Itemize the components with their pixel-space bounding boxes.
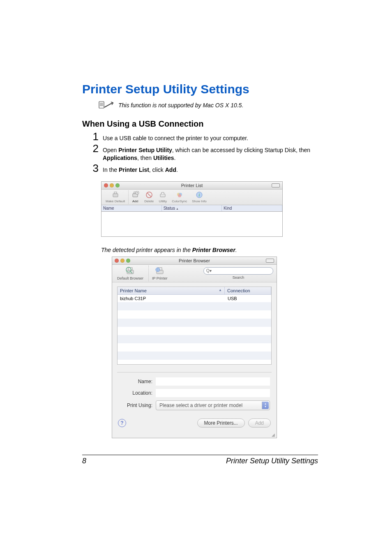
printer-list-window: Printer List Make Default Add Delete — [101, 181, 283, 237]
step-text: In the Printer List, click Add. — [103, 163, 178, 174]
page-number: 8 — [82, 457, 86, 465]
list-item — [118, 310, 271, 319]
step-text: Open Printer Setup Utility, which can be… — [103, 143, 318, 162]
step-number: 2 — [91, 143, 99, 154]
resize-handle-icon[interactable]: ◢ — [112, 432, 277, 438]
utility-button[interactable]: Utility — [156, 190, 169, 204]
footer-title: Printer Setup Utility Settings — [226, 457, 318, 465]
colorsync-button[interactable]: ColorSync — [169, 190, 189, 204]
add-button[interactable]: Add — [248, 419, 271, 428]
toolbar-toggle-icon[interactable] — [266, 259, 274, 263]
svg-line-12 — [147, 193, 151, 197]
section-heading: Printer Setup Utility Settings — [82, 82, 318, 96]
list-item — [118, 319, 271, 327]
printer-name-cell: bizhub C31P — [118, 295, 225, 302]
window-titlebar: Printer Browser — [112, 257, 277, 265]
close-icon[interactable] — [115, 259, 119, 263]
search-label: Search — [233, 275, 244, 280]
minimize-icon[interactable] — [120, 259, 125, 263]
printer-row[interactable]: bizhub C31P USB — [118, 295, 271, 302]
svg-rect-0 — [99, 102, 104, 108]
list-item — [118, 343, 271, 352]
column-header-connection[interactable]: Connection — [225, 287, 271, 294]
print-using-value: Please select a driver or printer model — [159, 402, 242, 408]
list-item — [118, 302, 271, 310]
window-title: Printer List — [181, 183, 203, 188]
add-button[interactable]: Add — [128, 190, 142, 204]
name-label: Name: — [119, 379, 152, 384]
show-info-button[interactable]: i Show Info — [189, 190, 209, 204]
minimize-icon[interactable] — [110, 183, 114, 187]
svg-point-16 — [178, 194, 181, 197]
print-using-label: Print Using: — [119, 402, 152, 408]
step-number: 3 — [91, 163, 99, 173]
note-text: This function is not supported by Mac OS… — [118, 100, 243, 109]
list-item — [118, 352, 271, 360]
window-title: Printer Browser — [179, 258, 210, 263]
window-titlebar: Printer List — [101, 182, 282, 190]
toolbar-toggle-icon[interactable] — [272, 183, 280, 187]
subsection-heading: When Using a USB Connection — [82, 119, 318, 129]
column-header-status[interactable]: Status — [162, 205, 222, 211]
search-input[interactable]: Q▾ — [203, 267, 273, 275]
delete-button[interactable]: Delete — [142, 190, 156, 204]
more-printers-button[interactable]: More Printers... — [197, 419, 245, 428]
print-using-select[interactable]: Please select a driver or printer model … — [156, 400, 270, 410]
svg-rect-5 — [114, 192, 117, 194]
name-field[interactable] — [156, 377, 270, 386]
caption: The detected printer appears in the Prin… — [101, 247, 318, 253]
step-number: 1 — [91, 131, 99, 142]
search-icon: Q▾ — [206, 268, 212, 273]
zoom-icon[interactable] — [115, 183, 120, 187]
column-header-printer-name[interactable]: Printer Name — [118, 287, 225, 294]
note-icon — [99, 100, 113, 109]
help-button[interactable]: ? — [118, 419, 126, 427]
printer-browser-window: Printer Browser Default Browser IP Print… — [112, 257, 277, 438]
column-header-name[interactable]: Name — [101, 205, 162, 211]
column-header-kind[interactable]: Kind — [222, 205, 282, 211]
list-item — [118, 327, 271, 335]
svg-rect-13 — [160, 194, 165, 197]
default-browser-tab[interactable]: Default Browser — [115, 266, 145, 281]
list-item — [118, 335, 271, 343]
printer-list-body — [101, 212, 282, 236]
zoom-icon[interactable] — [126, 259, 130, 263]
svg-text:i: i — [199, 193, 200, 197]
make-default-button[interactable]: Make Default — [103, 190, 127, 204]
svg-rect-4 — [113, 194, 118, 197]
connection-cell: USB — [225, 295, 271, 302]
close-icon[interactable] — [104, 183, 108, 187]
ip-printer-tab[interactable]: IP Printer — [148, 266, 169, 281]
step-text: Use a USB cable to connect the printer t… — [103, 131, 248, 142]
location-field[interactable] — [156, 389, 270, 397]
location-label: Location: — [119, 390, 152, 396]
select-arrows-icon: ▲▼ — [262, 402, 269, 409]
